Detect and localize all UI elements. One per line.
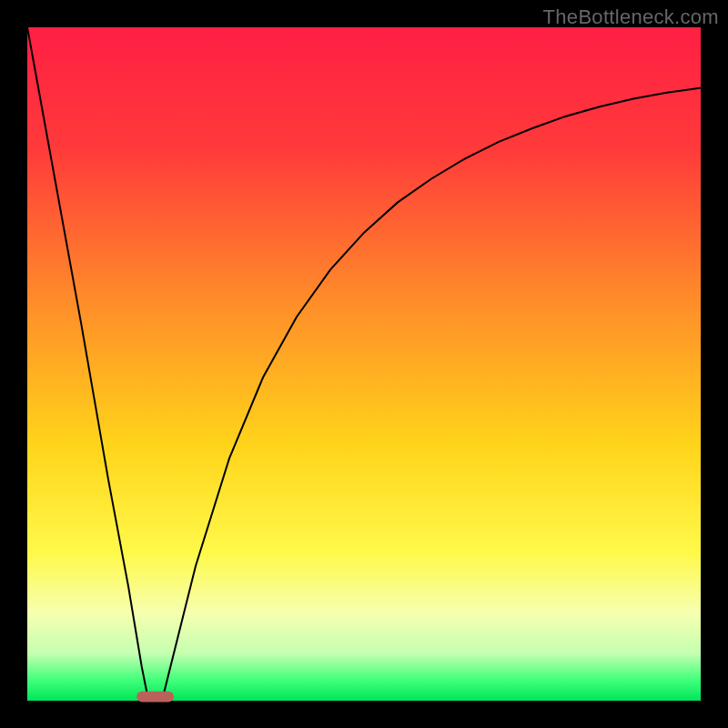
bottleneck-marker — [136, 692, 174, 703]
gradient-background — [27, 27, 701, 701]
chart-frame: TheBottleneck.com — [0, 0, 728, 728]
watermark-label: TheBottleneck.com — [543, 5, 719, 29]
chart-plot — [27, 27, 701, 701]
